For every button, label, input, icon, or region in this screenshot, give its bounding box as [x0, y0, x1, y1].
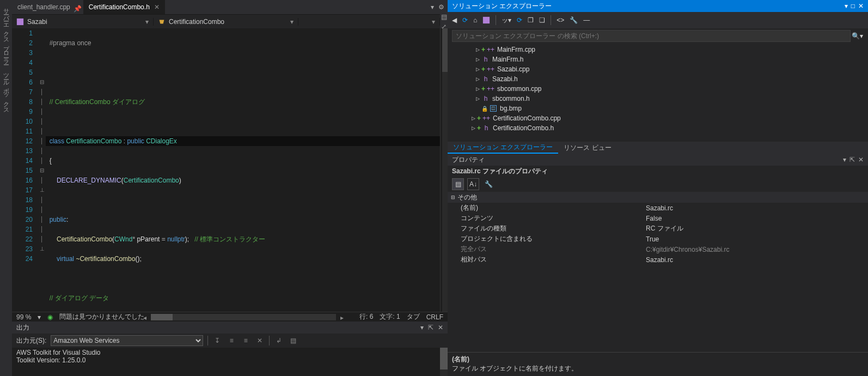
- tab-solution-explorer[interactable]: ソリューション エクスプローラー: [448, 142, 558, 154]
- member-dropdown[interactable]: ▾: [298, 18, 440, 26]
- code-body[interactable]: #pragma once // CertificationCombo ダイアログ…: [46, 28, 440, 312]
- close-icon[interactable]: ✕: [858, 2, 864, 10]
- prop-row[interactable]: 完全パスC:¥gitdir¥Chronos¥Sazabi.rc: [448, 244, 868, 254]
- home-icon[interactable]: ⌂: [473, 16, 477, 24]
- prop-category[interactable]: ⊟その他: [448, 192, 868, 203]
- switch-view-icon[interactable]: [482, 16, 490, 24]
- goto-message-icon[interactable]: ↧: [212, 336, 222, 345]
- expand-icon[interactable]: ▷: [474, 86, 481, 92]
- prop-row[interactable]: 相対パスSazabi.rc: [448, 254, 868, 265]
- tab-client-handler[interactable]: client_handler.cpp 📌: [12, 0, 83, 14]
- server-explorer-tab[interactable]: サーバー エクスプローラー: [2, 2, 10, 64]
- forward-icon[interactable]: ⟳: [462, 16, 468, 24]
- filter-icon[interactable]: ッ▾: [502, 16, 511, 25]
- expand-icon[interactable]: ▷: [469, 116, 477, 121]
- tree-item[interactable]: ▷+++MainFrm.cpp: [448, 45, 868, 54]
- expand-icon[interactable]: ▷: [474, 47, 481, 52]
- prop-value[interactable]: RC ファイル: [646, 224, 868, 233]
- pin-icon[interactable]: □: [851, 2, 855, 10]
- expand-icon[interactable]: ▷: [474, 57, 481, 62]
- panel-dropdown-icon[interactable]: ▾: [420, 324, 424, 331]
- expand-icon[interactable]: ▷: [474, 96, 481, 101]
- cursor-col: 文字: 1: [380, 312, 400, 322]
- eol-mode[interactable]: CRLF: [426, 313, 443, 321]
- next-icon[interactable]: ≡: [241, 336, 250, 345]
- close-icon[interactable]: ✕: [438, 324, 443, 331]
- tab-resource-view[interactable]: リソース ビュー: [558, 142, 616, 154]
- panel-dropdown-icon[interactable]: ▾: [845, 2, 848, 10]
- expand-icon[interactable]: ▷: [469, 125, 477, 131]
- prop-value[interactable]: Sazabi.rc: [646, 204, 868, 212]
- tree-item[interactable]: ▷hSazabi.h: [448, 74, 868, 84]
- editor-area: client_handler.cpp 📌 CertificationCombo.…: [12, 0, 448, 376]
- prop-row[interactable]: プロジェクトに含まれるTrue: [448, 234, 868, 244]
- horizontal-scrollbar[interactable]: ◂▸: [151, 314, 336, 320]
- code-icon[interactable]: <>: [557, 16, 564, 24]
- back-icon[interactable]: ◀: [452, 16, 457, 24]
- search-input[interactable]: [452, 30, 851, 42]
- show-all-icon[interactable]: ❏: [539, 16, 545, 24]
- output-source-select[interactable]: Amazon Web Services: [51, 335, 203, 346]
- search-icon[interactable]: 🔍▾: [851, 32, 864, 40]
- scope-dropdown[interactable]: Sazabi ▾: [12, 18, 154, 26]
- alphabetic-icon[interactable]: A↓: [467, 178, 479, 190]
- categorized-icon[interactable]: ▤: [452, 178, 464, 190]
- tree-item-label: CertificationCombo.cpp: [493, 114, 561, 122]
- settings-icon[interactable]: ▤: [288, 336, 298, 345]
- solution-explorer-tabs: ソリューション エクスプローラー リソース ビュー: [448, 142, 868, 154]
- prop-row[interactable]: コンテンツFalse: [448, 213, 868, 223]
- close-icon[interactable]: ✕: [858, 156, 864, 163]
- vertical-scrollbar[interactable]: [440, 28, 448, 312]
- properties-panel: プロパティ ▾ ⇱ ✕ Sazabi.rc ファイルのプロパティ ▤ A↓ 🔧 …: [448, 154, 868, 376]
- panel-dropdown-icon[interactable]: ▾: [843, 156, 846, 163]
- wrap-icon[interactable]: ↲: [274, 336, 284, 345]
- prev-icon[interactable]: ≡: [227, 336, 236, 345]
- indent-mode[interactable]: タブ: [407, 312, 420, 322]
- tree-item[interactable]: ▷+++sbcommon.cpp: [448, 84, 868, 94]
- toolbox-tab[interactable]: ツールボックス: [2, 67, 10, 113]
- tool-settings-icon[interactable]: ⚙: [438, 3, 444, 11]
- prop-key: ファイルの種類: [461, 224, 646, 233]
- tree-item[interactable]: ▷hsbcommon.h: [448, 94, 868, 104]
- properties-toolbar: ▤ A↓ 🔧: [448, 177, 868, 192]
- tree-item[interactable]: ▷hMainFrm.h: [448, 54, 868, 64]
- expand-icon[interactable]: ▷: [474, 66, 481, 72]
- code-editor[interactable]: 123456789101112131415161718192021222324 …: [12, 28, 448, 312]
- tree-item[interactable]: ▷+hCertificationCombo.h: [448, 123, 868, 133]
- properties-grid[interactable]: ⊟その他 (名前)Sazabi.rcコンテンツFalseファイルの種類RC ファ…: [448, 192, 868, 272]
- pin-icon[interactable]: ⇱: [428, 324, 433, 331]
- pin-icon[interactable]: ⇱: [849, 156, 855, 163]
- prop-row[interactable]: ファイルの種類RC ファイル: [448, 223, 868, 234]
- sync-icon[interactable]: ⟳: [517, 16, 522, 24]
- zoom-dropdown-icon[interactable]: ▾: [38, 313, 41, 321]
- tab-certificationcombo-h[interactable]: CertificationCombo.h ✕: [83, 0, 165, 14]
- solution-explorer-search: 🔍▾: [448, 28, 868, 44]
- output-scrollbar[interactable]: [440, 348, 448, 376]
- zoom-level[interactable]: 99 %: [16, 313, 31, 321]
- clear-icon[interactable]: ✕: [255, 336, 265, 345]
- svg-rect-0: [17, 18, 23, 25]
- tabs-dropdown-icon[interactable]: ▾: [431, 3, 434, 11]
- preview-icon[interactable]: —: [583, 16, 590, 24]
- close-icon[interactable]: ✕: [154, 3, 160, 11]
- tree-item[interactable]: 🔒◫bg.bmp: [448, 104, 868, 113]
- pin-icon[interactable]: 📌: [74, 5, 78, 9]
- expand-icon[interactable]: ▷: [474, 76, 481, 82]
- type-dropdown[interactable]: CertificationCombo ▾: [154, 18, 298, 26]
- prop-value[interactable]: Sazabi.rc: [646, 256, 868, 264]
- prop-value[interactable]: False: [646, 215, 868, 222]
- tree-item-label: sbcommon.h: [492, 95, 530, 102]
- output-body[interactable]: AWS Toolkit for Visual Studio Toolkit Ve…: [12, 348, 448, 376]
- tree-item[interactable]: ▷+++CertificationCombo.cpp: [448, 113, 868, 123]
- collapse-icon[interactable]: ❐: [528, 16, 534, 24]
- prop-key: コンテンツ: [461, 214, 646, 223]
- fold-gutter[interactable]: ⊟││││││││⊟│⊥│││││⊥: [38, 28, 46, 312]
- prop-value[interactable]: True: [646, 235, 868, 243]
- prop-value[interactable]: C:¥gitdir¥Chronos¥Sazabi.rc: [646, 246, 868, 253]
- solution-tree[interactable]: ▷+++MainFrm.cpp▷hMainFrm.h▷+++Sazabi.cpp…: [448, 44, 868, 142]
- tree-item[interactable]: ▷+++Sazabi.cpp: [448, 64, 868, 74]
- properties-icon[interactable]: 🔧: [570, 16, 578, 24]
- property-pages-icon[interactable]: 🔧: [482, 178, 494, 190]
- prop-row[interactable]: (名前)Sazabi.rc: [448, 203, 868, 213]
- h-file-icon: h: [481, 75, 490, 83]
